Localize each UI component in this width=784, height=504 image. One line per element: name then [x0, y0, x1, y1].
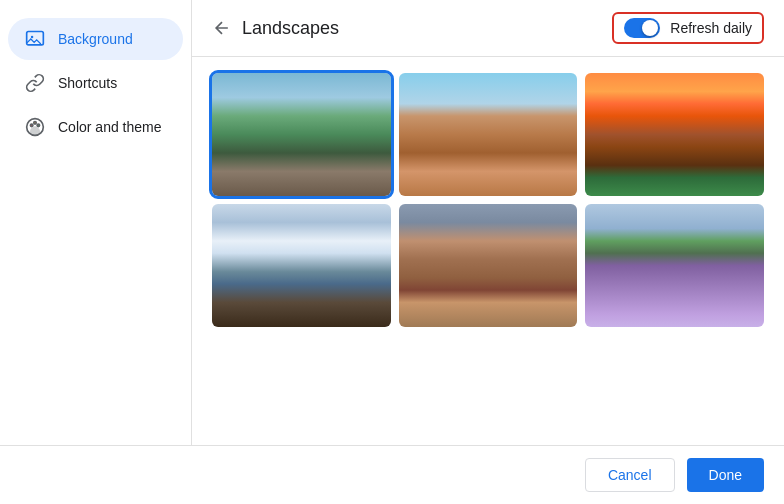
- landscape-image-snowy-mountain[interactable]: [212, 204, 391, 327]
- landscape-image-rocky-river[interactable]: [212, 73, 391, 196]
- refresh-daily-label: Refresh daily: [670, 20, 752, 36]
- content-header: Landscapes Refresh daily: [192, 0, 784, 57]
- svg-point-5: [37, 124, 40, 127]
- svg-point-3: [30, 124, 33, 127]
- sidebar-item-shortcuts[interactable]: Shortcuts: [8, 62, 183, 104]
- main-content: Landscapes Refresh daily: [192, 0, 784, 445]
- palette-icon: [24, 116, 46, 138]
- dialog-footer: Cancel Done: [0, 445, 784, 504]
- refresh-daily-toggle[interactable]: [624, 18, 660, 38]
- svg-point-1: [31, 36, 33, 39]
- svg-rect-0: [27, 32, 44, 45]
- dialog: Background Shortcuts: [0, 0, 784, 504]
- sidebar: Background Shortcuts: [0, 0, 192, 445]
- cancel-button[interactable]: Cancel: [585, 458, 675, 492]
- image-grid-container[interactable]: [192, 57, 784, 445]
- landscape-image-red-arch[interactable]: [399, 73, 578, 196]
- link-icon: [24, 72, 46, 94]
- image-grid: [212, 73, 764, 327]
- image-icon: [24, 28, 46, 50]
- back-button[interactable]: [212, 18, 232, 38]
- done-button[interactable]: Done: [687, 458, 764, 492]
- svg-point-4: [34, 122, 37, 125]
- landscape-image-lavender-tree[interactable]: [585, 204, 764, 327]
- sidebar-item-label-color-theme: Color and theme: [58, 119, 162, 135]
- sidebar-item-label-background: Background: [58, 31, 133, 47]
- landscape-image-canyon-sunset[interactable]: [585, 73, 764, 196]
- sidebar-item-color-theme[interactable]: Color and theme: [8, 106, 183, 148]
- landscape-image-brown-mesa[interactable]: [399, 204, 578, 327]
- header-left: Landscapes: [212, 18, 339, 39]
- page-title: Landscapes: [242, 18, 339, 39]
- dialog-body: Background Shortcuts: [0, 0, 784, 445]
- sidebar-item-label-shortcuts: Shortcuts: [58, 75, 117, 91]
- sidebar-item-background[interactable]: Background: [8, 18, 183, 60]
- refresh-toggle-area[interactable]: Refresh daily: [612, 12, 764, 44]
